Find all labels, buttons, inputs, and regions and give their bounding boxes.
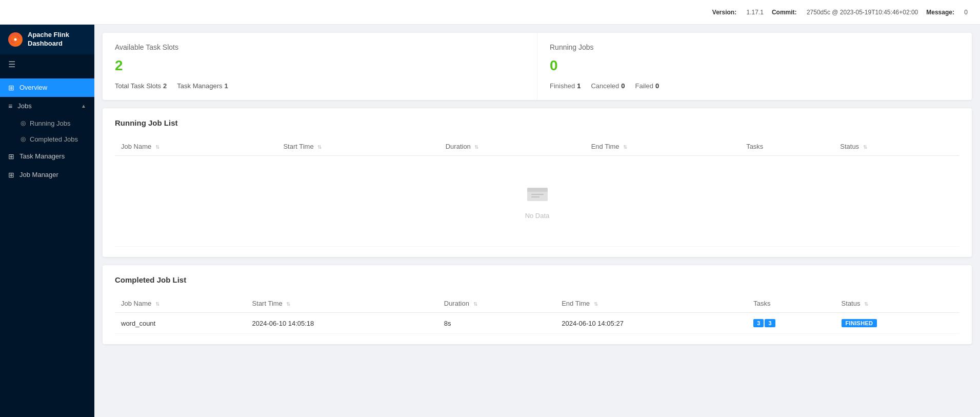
task-badge-2: 3 bbox=[765, 319, 775, 327]
completed-duration: 8s bbox=[444, 320, 451, 327]
sort-icon-start-time: ⇅ bbox=[317, 144, 322, 150]
logo-icon bbox=[8, 32, 23, 47]
running-job-list-table: Job Name ⇅ Start Time ⇅ Duration ⇅ End T… bbox=[115, 137, 959, 247]
topbar: Version: 1.17.1 Commit: 2750d5c @ 2023-0… bbox=[0, 0, 980, 25]
running-jobs-title: Running Jobs bbox=[550, 43, 959, 51]
running-jobs-value: 0 bbox=[550, 57, 959, 74]
running-no-data: No Data bbox=[121, 162, 953, 240]
finished-stat: Finished 1 bbox=[550, 82, 581, 90]
running-jobs-card: Running Jobs 0 Finished 1 Canceled 0 Fai… bbox=[537, 33, 972, 100]
completed-job-list-header-row: Job Name ⇅ Start Time ⇅ Duration ⇅ End T… bbox=[115, 294, 959, 313]
sidebar-job-manager-label: Job Manager bbox=[19, 171, 58, 178]
version-value: 1.17.1 bbox=[747, 9, 764, 16]
running-job-list-table-wrap: Job Name ⇅ Start Time ⇅ Duration ⇅ End T… bbox=[115, 137, 959, 247]
running-no-data-cell: No Data bbox=[115, 156, 959, 247]
finished-value: 1 bbox=[577, 82, 581, 90]
sidebar-item-overview[interactable]: ⊞ Overview bbox=[0, 78, 94, 97]
task-managers-label: Task Managers bbox=[177, 82, 222, 90]
running-job-list-header-row: Job Name ⇅ Start Time ⇅ Duration ⇅ End T… bbox=[115, 137, 959, 156]
finished-label: Finished bbox=[550, 82, 575, 90]
sidebar: Apache Flink Dashboard ☰ ⊞ Overview ≡ Jo… bbox=[0, 25, 94, 417]
message-label: Message: bbox=[926, 9, 954, 16]
canceled-label: Canceled bbox=[591, 82, 619, 90]
sidebar-jobs-label: Jobs bbox=[17, 102, 31, 110]
sort-icon-completed-duration: ⇅ bbox=[473, 301, 477, 307]
menu-toggle-icon[interactable]: ☰ bbox=[0, 54, 94, 74]
available-task-slots-card: Available Task Slots 2 Total Task Slots … bbox=[103, 33, 537, 100]
sidebar-logo-text: Apache Flink Dashboard bbox=[28, 31, 86, 48]
completed-job-list-tbody: word_count 2024-06-10 14:05:18 8s 2024-0… bbox=[115, 313, 959, 334]
completed-start-time-cell: 2024-06-10 14:05:18 bbox=[246, 313, 438, 334]
sidebar-item-completed-jobs[interactable]: ◎ Completed Jobs bbox=[0, 131, 94, 147]
failed-stat: Failed 0 bbox=[635, 82, 659, 90]
completed-job-list-section: Completed Job List Job Name ⇅ Start Time… bbox=[103, 265, 972, 344]
message-value: 0 bbox=[964, 9, 968, 16]
col-end-time: End Time ⇅ bbox=[585, 137, 740, 156]
col-completed-duration: Duration ⇅ bbox=[438, 294, 555, 313]
sidebar-group-jobs[interactable]: ≡ Jobs ▲ bbox=[0, 97, 94, 115]
completed-end-time-cell: 2024-06-10 14:05:27 bbox=[555, 313, 747, 334]
available-task-slots-meta: Total Task Slots 2 Task Managers 1 bbox=[115, 82, 525, 90]
no-data-text: No Data bbox=[525, 212, 550, 220]
col-tasks: Tasks bbox=[740, 137, 834, 156]
sidebar-item-task-managers[interactable]: ⊞ Task Managers bbox=[0, 147, 94, 166]
completed-job-name-cell: word_count bbox=[115, 313, 246, 334]
total-task-slots-label: Total Task Slots bbox=[115, 82, 161, 90]
col-start-time: Start Time ⇅ bbox=[277, 137, 439, 156]
col-job-name: Job Name ⇅ bbox=[115, 137, 277, 156]
overview-icon: ⊞ bbox=[8, 84, 14, 92]
task-badge-1: 3 bbox=[753, 319, 764, 327]
completed-status-cell: FINISHED bbox=[835, 313, 959, 334]
task-badges: 3 3 bbox=[753, 319, 829, 327]
sidebar-item-running-jobs[interactable]: ◎ Running Jobs bbox=[0, 115, 94, 131]
total-task-slots-value: 2 bbox=[163, 82, 167, 90]
svg-rect-6 bbox=[531, 196, 539, 197]
completed-start-time: 2024-06-10 14:05:18 bbox=[252, 320, 314, 327]
running-job-list-title: Running Job List bbox=[115, 118, 959, 127]
commit-label: Commit: bbox=[772, 9, 797, 16]
running-jobs-stats: Finished 1 Canceled 0 Failed 0 bbox=[550, 82, 959, 90]
commit-info: Commit: 2750d5c @ 2023-05-19T10:45:46+02… bbox=[772, 9, 918, 16]
col-completed-end-time: End Time ⇅ bbox=[555, 294, 747, 313]
svg-rect-5 bbox=[531, 194, 544, 195]
canceled-stat: Canceled 0 bbox=[591, 82, 625, 90]
col-completed-tasks: Tasks bbox=[747, 294, 835, 313]
col-status: Status ⇅ bbox=[834, 137, 959, 156]
sort-icon-completed-start-time: ⇅ bbox=[286, 301, 290, 307]
completed-end-time: 2024-06-10 14:05:27 bbox=[562, 320, 624, 327]
task-managers-meta: Task Managers 1 bbox=[177, 82, 228, 90]
canceled-value: 0 bbox=[621, 82, 625, 90]
sidebar-task-managers-label: Task Managers bbox=[19, 152, 65, 160]
main-content: Available Task Slots 2 Total Task Slots … bbox=[94, 25, 980, 417]
completed-duration-cell: 8s bbox=[438, 313, 555, 334]
jobs-icon: ≡ bbox=[8, 102, 12, 110]
available-task-slots-title: Available Task Slots bbox=[115, 43, 525, 51]
task-managers-value: 1 bbox=[224, 82, 228, 90]
completed-job-list-table-wrap: Job Name ⇅ Start Time ⇅ Duration ⇅ End T… bbox=[115, 294, 959, 334]
sidebar-item-overview-label: Overview bbox=[19, 84, 47, 91]
sidebar-nav: ⊞ Overview ≡ Jobs ▲ ◎ Running Jobs ◎ Com… bbox=[0, 74, 94, 188]
svg-rect-4 bbox=[527, 188, 548, 192]
running-job-list-thead: Job Name ⇅ Start Time ⇅ Duration ⇅ End T… bbox=[115, 137, 959, 156]
version-label: Version: bbox=[712, 9, 736, 16]
svg-point-2 bbox=[14, 38, 17, 41]
completed-tasks-cell: 3 3 bbox=[747, 313, 835, 334]
sidebar-completed-jobs-label: Completed Jobs bbox=[30, 135, 78, 143]
completed-job-name: word_count bbox=[121, 320, 155, 327]
no-data-icon bbox=[525, 183, 550, 208]
running-no-data-row: No Data bbox=[115, 156, 959, 247]
table-row[interactable]: word_count 2024-06-10 14:05:18 8s 2024-0… bbox=[115, 313, 959, 334]
col-completed-status: Status ⇅ bbox=[835, 294, 959, 313]
completed-job-list-table: Job Name ⇅ Start Time ⇅ Duration ⇅ End T… bbox=[115, 294, 959, 334]
sidebar-item-job-manager[interactable]: ⊞ Job Manager bbox=[0, 166, 94, 184]
completed-jobs-icon: ◎ bbox=[21, 135, 26, 143]
running-job-list-tbody: No Data bbox=[115, 156, 959, 247]
task-managers-icon: ⊞ bbox=[8, 152, 14, 161]
cards-row: Available Task Slots 2 Total Task Slots … bbox=[103, 33, 972, 100]
commit-value: 2750d5c @ 2023-05-19T10:45:46+02:00 bbox=[807, 9, 918, 16]
sidebar-running-jobs-label: Running Jobs bbox=[30, 120, 71, 127]
available-task-slots-value: 2 bbox=[115, 57, 525, 74]
completed-job-list-thead: Job Name ⇅ Start Time ⇅ Duration ⇅ End T… bbox=[115, 294, 959, 313]
sidebar-logo: Apache Flink Dashboard bbox=[0, 25, 94, 54]
sort-icon-status: ⇅ bbox=[863, 144, 867, 150]
